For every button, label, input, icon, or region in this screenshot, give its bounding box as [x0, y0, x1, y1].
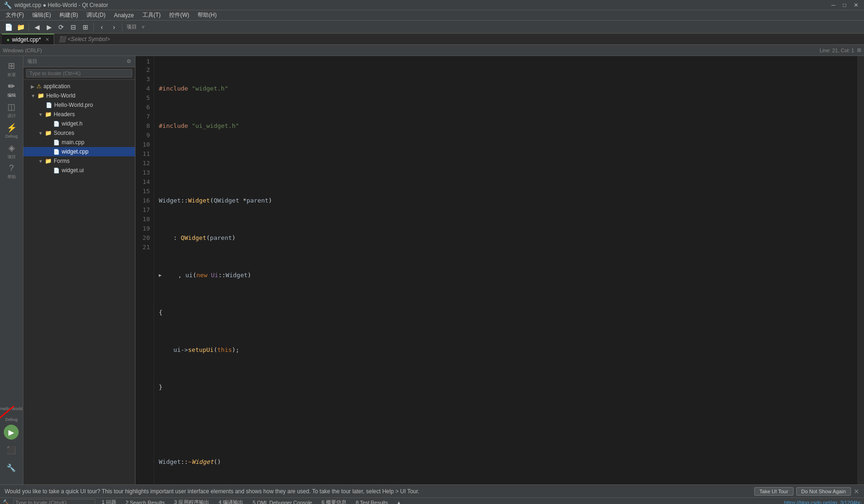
status-summary[interactable]: 6 概要信息 — [319, 499, 349, 504]
right-scroll[interactable] — [857, 56, 864, 484]
code-span: () — [213, 457, 221, 467]
split-v-btn[interactable]: ⊞ — [80, 22, 91, 32]
code-span: Widget — [159, 457, 181, 467]
ln2: 2 — [135, 65, 150, 75]
menu-help[interactable]: 帮助(H) — [194, 10, 220, 20]
ui-file-icon: 📄 — [53, 168, 60, 174]
tour-bar: Would you like to take a quick UI tour? … — [0, 484, 864, 497]
step-button[interactable]: ⬛ — [4, 442, 19, 457]
welcome-label: 欢迎 — [7, 72, 16, 78]
file-panel-filter-icon[interactable]: ⚙ — [127, 58, 131, 64]
status-expand[interactable]: ▲ — [395, 500, 404, 504]
back-btn[interactable]: ◀ — [31, 22, 42, 32]
code-span — [207, 271, 211, 280]
menubar: 文件(F) 编辑(E) 构建(B) 调试(D) Analyze 工具(T) 控件… — [0, 10, 864, 21]
tree-item-widget-ui[interactable]: 📄 widget.ui — [23, 166, 135, 175]
status-search[interactable]: 2 Search Results — [123, 500, 168, 504]
attach-button[interactable]: 🔧 — [4, 460, 19, 475]
sidebar-bottom: Hello-World Debug ▶ ⬛ 🔧 — [0, 406, 22, 484]
code-span: new — [196, 271, 207, 280]
app-icon: 🔧 — [4, 1, 12, 9]
menu-analyze[interactable]: Analyze — [110, 11, 138, 20]
status-problems[interactable]: 1 问题 — [99, 499, 119, 504]
ln8: 8 — [135, 121, 150, 131]
sidebar-help[interactable]: ? 帮助 — [2, 162, 21, 181]
tabbar: ● widget.cpp* ✕ ⬛ <Select Symbol> — [0, 34, 864, 45]
tree-item-widget-cpp[interactable]: 📄 widget.cpp — [23, 147, 135, 156]
history-btn[interactable]: ⟳ — [56, 22, 67, 32]
code-span: parent — [247, 196, 269, 205]
ln19: 19 — [135, 224, 150, 233]
menu-build[interactable]: 构建(B) — [56, 10, 82, 20]
file-panel-title: 项目 — [27, 58, 37, 65]
dont-show-again-button[interactable]: Do Not Show Again — [796, 487, 851, 496]
project-folder-icon: 📁 — [37, 92, 44, 99]
cpp-file-icon-main: 📄 — [53, 140, 60, 146]
code-span: { — [159, 308, 163, 317]
code-span: , — [163, 271, 185, 280]
code-span: } — [159, 383, 163, 392]
tree-item-forms[interactable]: ▼ 📁 Forms — [23, 156, 135, 166]
code-span: :: — [218, 271, 226, 280]
menu-edit[interactable]: 编辑(E) — [28, 10, 55, 20]
ln4: 4 — [135, 84, 150, 93]
menu-tools[interactable]: 工具(T) — [139, 10, 164, 20]
ln15: 15 — [135, 187, 150, 196]
code-content[interactable]: #include "widget.h" #include "ui_widget.… — [154, 56, 857, 484]
ln10: 10 — [135, 140, 150, 149]
code-span: * — [239, 196, 247, 205]
minimize-button[interactable]: ─ — [829, 2, 837, 8]
sidebar-design[interactable]: ◫ 设计 — [2, 101, 21, 119]
menu-controls[interactable]: 控件(W) — [165, 10, 193, 20]
nav-right-btn[interactable]: › — [108, 22, 120, 32]
editor-area[interactable]: 1 2 3 4 5 6 7 8 9 10 11 12 13 14 15 16 1… — [135, 56, 864, 484]
tab-select-symbol[interactable]: ⬛ <Select Symbol> — [54, 34, 115, 44]
sidebar-welcome[interactable]: ⊞ 欢迎 — [2, 60, 21, 78]
close-button[interactable]: ✕ — [852, 2, 860, 8]
run-button[interactable]: ▶ — [4, 425, 19, 440]
expand-icon[interactable]: ⊞ — [857, 47, 861, 53]
code-span: ) — [269, 196, 272, 205]
code-span: Widget — [188, 196, 210, 205]
split-btn[interactable]: ⊟ — [68, 22, 79, 32]
status-compile[interactable]: 4 编译输出 — [216, 499, 246, 504]
statusbar-search-box[interactable]: Type to locate (Ctrl+K) — [13, 499, 95, 504]
open-btn[interactable]: 📁 — [15, 22, 26, 32]
search-input[interactable] — [26, 69, 132, 77]
toolbar: 📄 📁 ◀ ▶ ⟳ ⊟ ⊞ ‹ › 项目 ▼ — [0, 21, 864, 34]
main-cpp-label: main.cpp — [62, 139, 85, 146]
search-area — [23, 67, 135, 80]
h-file-icon: 📄 — [53, 121, 60, 127]
forms-label: Forms — [54, 158, 70, 164]
code-span: ( — [213, 345, 217, 355]
code-span: QWidget — [181, 233, 206, 243]
tree-item-widget-h[interactable]: 📄 widget.h — [23, 119, 135, 128]
tab-close-btn[interactable]: ✕ — [45, 37, 49, 42]
file-panel: 项目 ⚙ ▶ ⚠ application ▼ 📁 Hello-World � — [23, 56, 135, 484]
maximize-button[interactable]: □ — [841, 2, 848, 8]
tree-item-application[interactable]: ▶ ⚠ application — [23, 82, 135, 91]
tree-item-pro[interactable]: 📄 Hello-World.pro — [23, 100, 135, 110]
sidebar-debug[interactable]: ⚡ Debug — [2, 121, 21, 140]
new-file-btn[interactable]: 📄 — [3, 22, 14, 32]
status-app-output[interactable]: 3 应用程序输出 — [171, 499, 212, 504]
tree-item-main-cpp[interactable]: 📄 main.cpp — [23, 138, 135, 147]
tree-item-headers[interactable]: ▼ 📁 Headers — [23, 110, 135, 119]
tab-widget-cpp[interactable]: ● widget.cpp* ✕ — [2, 34, 54, 44]
sidebar-project[interactable]: ◈ 项目 — [2, 142, 21, 161]
sidebar-edit[interactable]: ✏ 编辑 — [2, 80, 21, 99]
nav-left-btn[interactable]: ‹ — [96, 22, 107, 32]
code-line-7: { — [159, 308, 857, 317]
menu-file[interactable]: 文件(F) — [2, 10, 28, 20]
expand-arrow-sources: ▼ — [38, 131, 43, 136]
tree-item-sources[interactable]: ▼ 📁 Sources — [23, 128, 135, 138]
close-tour-icon[interactable]: ✕ — [854, 488, 859, 495]
menu-debug[interactable]: 调试(D) — [83, 10, 109, 20]
tree-item-hello-world[interactable]: ▼ 📁 Hello-World — [23, 91, 135, 100]
take-tour-button[interactable]: Take UI Tour — [754, 487, 793, 496]
code-span: ); — [232, 345, 240, 355]
status-tests[interactable]: 8 Test Results — [353, 500, 391, 504]
forward-btn[interactable]: ▶ — [43, 22, 55, 32]
status-qml[interactable]: 5 QML Debugger Console — [250, 500, 315, 504]
statusbar-left: 🔨 Type to locate (Ctrl+K) 1 问题 2 Search … — [3, 499, 403, 504]
